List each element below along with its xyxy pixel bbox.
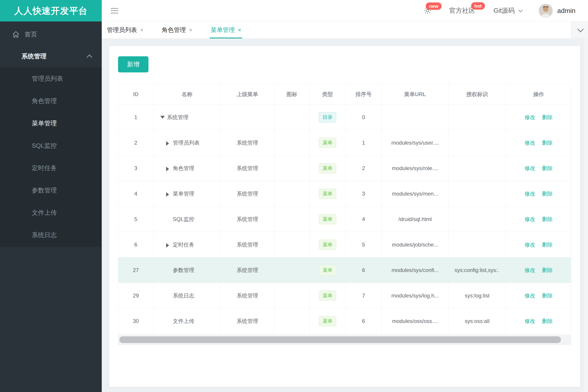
user-avatar[interactable] — [539, 4, 553, 18]
sidebar-item-label: 角色管理 — [32, 97, 57, 105]
sidebar-item-label: 管理员列表 — [32, 74, 63, 83]
tab-bar: 管理员列表 × 角色管理 × 菜单管理 × — [102, 22, 588, 39]
horizontal-scrollbar-thumb[interactable] — [119, 336, 561, 343]
avatar-image — [539, 4, 553, 18]
edit-link[interactable]: 修改 — [524, 165, 535, 172]
col-header-perm: 授权标识 — [449, 84, 506, 104]
community-link[interactable]: 官方社区 hot — [449, 6, 475, 15]
cell-icon — [274, 308, 310, 334]
cell-id: 4 — [118, 181, 154, 206]
cell-sort: 6 — [346, 308, 382, 334]
cell-parent: 系统管理 — [221, 206, 274, 232]
menu-table: ID 名称 上级菜单 图标 类型 排序号 菜单URL 授权标识 操作 1 系统管… — [118, 84, 571, 334]
cell-url: modules/sys/confi... — [382, 258, 449, 283]
table-row: 29 系统日志 系统管理 菜单 7 modules/sys/log.h... s… — [118, 283, 571, 308]
cell-perm — [449, 181, 506, 206]
delete-link[interactable]: 删除 — [542, 114, 553, 121]
cell-parent — [221, 104, 274, 130]
sidebar-item-scheduled-tasks[interactable]: 定时任务 — [0, 157, 102, 179]
expand-arrow-icon[interactable] — [166, 140, 171, 145]
sidebar-item-home[interactable]: 首页 — [0, 24, 102, 45]
cell-icon — [274, 181, 310, 206]
sidebar-submenu: 管理员列表 角色管理 菜单管理 SQL监控 定时任务 参数管理 文件上传 系统日… — [0, 68, 102, 246]
type-tag: 菜单 — [319, 316, 336, 326]
edit-link[interactable]: 修改 — [524, 266, 535, 274]
expand-arrow-icon[interactable] — [166, 166, 171, 170]
cell-id: 2 — [118, 130, 154, 155]
close-icon[interactable]: × — [238, 27, 241, 33]
edit-link[interactable]: 修改 — [524, 114, 535, 121]
cell-sort: 5 — [346, 232, 382, 257]
tab-menu-mgmt[interactable]: 菜单管理 × — [211, 22, 241, 38]
cell-name: 定时任务 — [173, 241, 194, 248]
hot-badge: hot — [471, 2, 485, 10]
col-header-icon: 图标 — [274, 84, 310, 104]
delete-link[interactable]: 删除 — [542, 190, 553, 197]
col-header-actions: 操作 — [506, 84, 571, 104]
sidebar-item-param-mgmt[interactable]: 参数管理 — [0, 179, 102, 202]
delete-link[interactable]: 删除 — [542, 139, 553, 146]
delete-link[interactable]: 删除 — [542, 241, 553, 248]
git-source-label: Git源码 — [493, 6, 515, 15]
sidebar-item-admin-list[interactable]: 管理员列表 — [0, 68, 102, 90]
cell-sort: 3 — [346, 181, 382, 206]
cell-id: 6 — [118, 232, 154, 257]
tab-admin-list[interactable]: 管理员列表 × — [107, 22, 144, 38]
username[interactable]: admin — [557, 7, 575, 14]
sidebar-item-label: 参数管理 — [32, 186, 57, 195]
cell-id: 5 — [118, 206, 154, 232]
expand-arrow-icon[interactable] — [166, 192, 171, 196]
cell-perm — [449, 206, 506, 232]
sidebar-item-menu-mgmt[interactable]: 菜单管理 — [0, 112, 102, 134]
edit-link[interactable]: 修改 — [524, 241, 535, 248]
close-icon[interactable]: × — [140, 27, 144, 33]
cell-icon — [274, 258, 310, 283]
vertical-scrollbar[interactable] — [583, 39, 588, 392]
edit-link[interactable]: 修改 — [524, 216, 535, 223]
type-tag: 菜单 — [319, 138, 336, 148]
table-row: 1 系统管理 目录 0 修改删除 — [118, 104, 571, 130]
cell-name: 文件上传 — [173, 318, 194, 325]
cell-url: modules/oss/oss.... — [382, 308, 449, 334]
collapse-arrow-icon[interactable] — [160, 115, 165, 120]
edit-link[interactable]: 修改 — [524, 292, 535, 299]
delete-link[interactable]: 删除 — [542, 292, 553, 299]
sidebar-item-sql-monitor[interactable]: SQL监控 — [0, 134, 102, 157]
cell-icon — [274, 104, 310, 130]
cell-icon — [274, 130, 310, 155]
tab-role-mgmt[interactable]: 角色管理 × — [162, 22, 193, 38]
col-header-parent: 上级菜单 — [221, 84, 274, 104]
delete-link[interactable]: 删除 — [542, 266, 553, 274]
chevron-up-icon — [87, 54, 92, 60]
app-window: 人人快速开发平台 首页 系统管理 管理员列表 角色管理 菜单管理 SQL监控 定… — [0, 0, 588, 392]
tabs-dropdown-button[interactable] — [571, 22, 588, 38]
sidebar-section-system[interactable]: 系统管理 — [0, 45, 102, 68]
sidebar-section-label: 系统管理 — [22, 52, 47, 60]
git-source-dropdown[interactable]: Git源码 — [493, 6, 521, 15]
brand-logo[interactable]: 人人快速开发平台 — [0, 0, 102, 22]
cell-sort: 7 — [346, 283, 382, 308]
cell-name: 系统管理 — [167, 114, 189, 121]
delete-link[interactable]: 删除 — [542, 318, 553, 325]
sidebar-item-system-log[interactable]: 系统日志 — [0, 224, 102, 246]
horizontal-scrollbar-track[interactable] — [118, 335, 571, 345]
content-area: 新增 ID 名称 上级菜单 图标 类型 排序号 菜单URL 授权标识 操作 1 — [102, 39, 588, 392]
sidebar-item-file-upload[interactable]: 文件上传 — [0, 202, 102, 224]
settings-gear-button[interactable]: new — [423, 6, 432, 15]
edit-link[interactable]: 修改 — [524, 139, 535, 146]
edit-link[interactable]: 修改 — [524, 318, 535, 325]
type-tag: 菜单 — [319, 188, 336, 199]
expand-arrow-icon[interactable] — [166, 242, 171, 247]
table-row-highlighted: 27 参数管理 系统管理 菜单 6 modules/sys/confi... s… — [118, 258, 571, 283]
sidebar-item-label: 文件上传 — [32, 208, 57, 217]
cell-icon — [274, 283, 310, 308]
table-row: 6 定时任务 系统管理 菜单 5 modules/job/sche... 修改删… — [118, 232, 571, 258]
close-icon[interactable]: × — [189, 27, 193, 33]
delete-link[interactable]: 删除 — [542, 216, 553, 223]
delete-link[interactable]: 删除 — [542, 165, 553, 172]
add-button[interactable]: 新增 — [118, 56, 149, 72]
edit-link[interactable]: 修改 — [524, 190, 535, 197]
sidebar-item-role-mgmt[interactable]: 角色管理 — [0, 90, 102, 112]
cell-perm — [449, 232, 506, 257]
hamburger-menu-icon[interactable] — [111, 8, 118, 14]
